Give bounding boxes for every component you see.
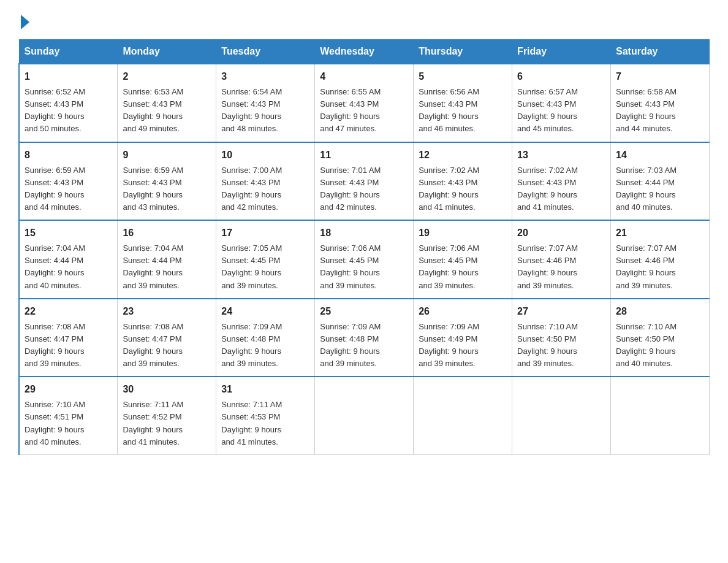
calendar-day: 26Sunrise: 7:09 AMSunset: 4:49 PMDayligh… bbox=[414, 299, 512, 377]
calendar-week-1: 1Sunrise: 6:52 AMSunset: 4:43 PMDaylight… bbox=[19, 64, 710, 142]
day-number: 20 bbox=[517, 226, 605, 240]
calendar-week-5: 29Sunrise: 7:10 AMSunset: 4:51 PMDayligh… bbox=[19, 377, 710, 454]
weekday-header-sunday: Sunday bbox=[19, 40, 118, 64]
weekday-header-wednesday: Wednesday bbox=[315, 40, 414, 64]
day-info: Sunrise: 7:09 AMSunset: 4:48 PMDaylight:… bbox=[320, 322, 381, 368]
weekday-header-monday: Monday bbox=[118, 40, 216, 64]
day-number: 27 bbox=[517, 304, 605, 319]
day-number: 15 bbox=[25, 226, 112, 240]
day-info: Sunrise: 7:00 AMSunset: 4:43 PMDaylight:… bbox=[221, 166, 282, 212]
day-number: 6 bbox=[517, 69, 605, 84]
day-number: 29 bbox=[25, 382, 112, 397]
calendar-day: 27Sunrise: 7:10 AMSunset: 4:50 PMDayligh… bbox=[512, 299, 611, 377]
calendar-day: 31Sunrise: 7:11 AMSunset: 4:53 PMDayligh… bbox=[216, 377, 315, 454]
calendar-day bbox=[414, 377, 512, 454]
calendar-day: 19Sunrise: 7:06 AMSunset: 4:45 PMDayligh… bbox=[414, 220, 512, 299]
calendar-day: 22Sunrise: 7:08 AMSunset: 4:47 PMDayligh… bbox=[19, 299, 118, 377]
day-info: Sunrise: 7:04 AMSunset: 4:44 PMDaylight:… bbox=[25, 243, 85, 289]
calendar-day: 3Sunrise: 6:54 AMSunset: 4:43 PMDaylight… bbox=[216, 64, 315, 142]
day-info: Sunrise: 7:10 AMSunset: 4:51 PMDaylight:… bbox=[25, 400, 85, 446]
day-number: 30 bbox=[123, 382, 211, 397]
calendar-day: 12Sunrise: 7:02 AMSunset: 4:43 PMDayligh… bbox=[414, 142, 512, 221]
calendar-day bbox=[512, 377, 611, 454]
day-number: 4 bbox=[320, 69, 408, 84]
day-number: 8 bbox=[25, 148, 112, 163]
day-info: Sunrise: 7:06 AMSunset: 4:45 PMDaylight:… bbox=[419, 243, 479, 289]
day-number: 10 bbox=[221, 148, 309, 163]
day-info: Sunrise: 7:09 AMSunset: 4:49 PMDaylight:… bbox=[419, 322, 479, 368]
calendar-day: 6Sunrise: 6:57 AMSunset: 4:43 PMDaylight… bbox=[512, 64, 611, 142]
day-number: 1 bbox=[25, 69, 112, 84]
calendar-day: 11Sunrise: 7:01 AMSunset: 4:43 PMDayligh… bbox=[315, 142, 414, 221]
calendar-day: 13Sunrise: 7:02 AMSunset: 4:43 PMDayligh… bbox=[512, 142, 611, 221]
calendar-day: 30Sunrise: 7:11 AMSunset: 4:52 PMDayligh… bbox=[118, 377, 216, 454]
day-number: 21 bbox=[616, 226, 704, 240]
day-info: Sunrise: 7:08 AMSunset: 4:47 PMDaylight:… bbox=[25, 322, 85, 368]
day-number: 2 bbox=[123, 69, 211, 84]
calendar-day: 2Sunrise: 6:53 AMSunset: 4:43 PMDaylight… bbox=[118, 64, 216, 142]
weekday-header-thursday: Thursday bbox=[414, 40, 512, 64]
day-info: Sunrise: 6:59 AMSunset: 4:43 PMDaylight:… bbox=[25, 166, 85, 212]
page-header bbox=[18, 12, 710, 27]
day-info: Sunrise: 7:11 AMSunset: 4:52 PMDaylight:… bbox=[123, 400, 183, 446]
calendar-day: 25Sunrise: 7:09 AMSunset: 4:48 PMDayligh… bbox=[315, 299, 414, 377]
day-info: Sunrise: 7:04 AMSunset: 4:44 PMDaylight:… bbox=[123, 243, 183, 289]
day-number: 26 bbox=[419, 304, 507, 319]
calendar-header: SundayMondayTuesdayWednesdayThursdayFrid… bbox=[19, 40, 710, 64]
weekday-header-tuesday: Tuesday bbox=[216, 40, 315, 64]
calendar-day: 29Sunrise: 7:10 AMSunset: 4:51 PMDayligh… bbox=[19, 377, 118, 454]
day-number: 11 bbox=[320, 148, 408, 163]
calendar-day: 28Sunrise: 7:10 AMSunset: 4:50 PMDayligh… bbox=[611, 299, 710, 377]
calendar-day: 5Sunrise: 6:56 AMSunset: 4:43 PMDaylight… bbox=[414, 64, 512, 142]
day-number: 13 bbox=[517, 148, 605, 163]
day-info: Sunrise: 7:07 AMSunset: 4:46 PMDaylight:… bbox=[517, 243, 578, 289]
day-info: Sunrise: 6:53 AMSunset: 4:43 PMDaylight:… bbox=[123, 87, 183, 133]
day-info: Sunrise: 7:09 AMSunset: 4:48 PMDaylight:… bbox=[221, 322, 282, 368]
calendar-day: 24Sunrise: 7:09 AMSunset: 4:48 PMDayligh… bbox=[216, 299, 315, 377]
day-number: 16 bbox=[123, 226, 211, 240]
day-info: Sunrise: 6:55 AMSunset: 4:43 PMDaylight:… bbox=[320, 87, 381, 133]
day-info: Sunrise: 7:06 AMSunset: 4:45 PMDaylight:… bbox=[320, 243, 381, 289]
calendar-table: SundayMondayTuesdayWednesdayThursdayFrid… bbox=[18, 39, 710, 455]
day-number: 3 bbox=[221, 69, 309, 84]
day-number: 18 bbox=[320, 226, 408, 240]
day-info: Sunrise: 7:07 AMSunset: 4:46 PMDaylight:… bbox=[616, 243, 677, 289]
calendar-day: 14Sunrise: 7:03 AMSunset: 4:44 PMDayligh… bbox=[611, 142, 710, 221]
day-info: Sunrise: 7:02 AMSunset: 4:43 PMDaylight:… bbox=[517, 166, 578, 212]
calendar-day: 10Sunrise: 7:00 AMSunset: 4:43 PMDayligh… bbox=[216, 142, 315, 221]
day-info: Sunrise: 6:59 AMSunset: 4:43 PMDaylight:… bbox=[123, 166, 183, 212]
day-info: Sunrise: 7:05 AMSunset: 4:45 PMDaylight:… bbox=[221, 243, 282, 289]
day-number: 28 bbox=[616, 304, 704, 319]
weekday-row: SundayMondayTuesdayWednesdayThursdayFrid… bbox=[19, 40, 710, 64]
day-info: Sunrise: 6:57 AMSunset: 4:43 PMDaylight:… bbox=[517, 87, 578, 133]
day-info: Sunrise: 7:08 AMSunset: 4:47 PMDaylight:… bbox=[123, 322, 183, 368]
calendar-day: 7Sunrise: 6:58 AMSunset: 4:43 PMDaylight… bbox=[611, 64, 710, 142]
day-number: 9 bbox=[123, 148, 211, 163]
day-number: 5 bbox=[419, 69, 507, 84]
day-info: Sunrise: 7:10 AMSunset: 4:50 PMDaylight:… bbox=[616, 322, 677, 368]
day-info: Sunrise: 6:58 AMSunset: 4:43 PMDaylight:… bbox=[616, 87, 677, 133]
day-number: 12 bbox=[419, 148, 507, 163]
day-number: 31 bbox=[221, 382, 309, 397]
calendar-day: 18Sunrise: 7:06 AMSunset: 4:45 PMDayligh… bbox=[315, 220, 414, 299]
logo-arrow-icon bbox=[21, 15, 29, 29]
calendar-day: 23Sunrise: 7:08 AMSunset: 4:47 PMDayligh… bbox=[118, 299, 216, 377]
calendar-day: 17Sunrise: 7:05 AMSunset: 4:45 PMDayligh… bbox=[216, 220, 315, 299]
day-number: 23 bbox=[123, 304, 211, 319]
day-number: 22 bbox=[25, 304, 112, 319]
logo bbox=[18, 12, 29, 27]
day-info: Sunrise: 7:02 AMSunset: 4:43 PMDaylight:… bbox=[419, 166, 479, 212]
calendar-body: 1Sunrise: 6:52 AMSunset: 4:43 PMDaylight… bbox=[19, 64, 710, 454]
calendar-day: 9Sunrise: 6:59 AMSunset: 4:43 PMDaylight… bbox=[118, 142, 216, 221]
day-number: 17 bbox=[221, 226, 309, 240]
calendar-day bbox=[315, 377, 414, 454]
day-number: 14 bbox=[616, 148, 704, 163]
day-info: Sunrise: 6:52 AMSunset: 4:43 PMDaylight:… bbox=[25, 87, 85, 133]
weekday-header-saturday: Saturday bbox=[611, 40, 710, 64]
calendar-week-3: 15Sunrise: 7:04 AMSunset: 4:44 PMDayligh… bbox=[19, 220, 710, 299]
calendar-day: 16Sunrise: 7:04 AMSunset: 4:44 PMDayligh… bbox=[118, 220, 216, 299]
calendar-day: 20Sunrise: 7:07 AMSunset: 4:46 PMDayligh… bbox=[512, 220, 611, 299]
day-number: 24 bbox=[221, 304, 309, 319]
day-info: Sunrise: 7:10 AMSunset: 4:50 PMDaylight:… bbox=[517, 322, 578, 368]
calendar-day: 21Sunrise: 7:07 AMSunset: 4:46 PMDayligh… bbox=[611, 220, 710, 299]
